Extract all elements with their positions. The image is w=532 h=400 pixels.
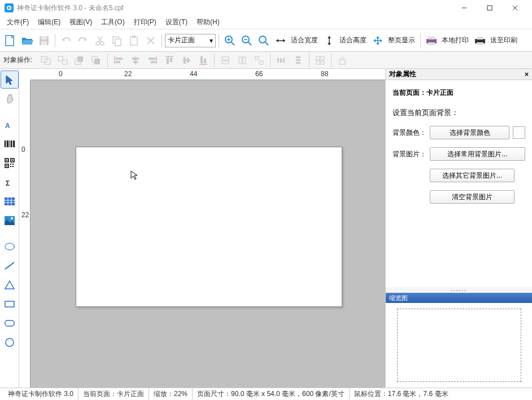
copy-button[interactable] [109,33,125,49]
ellipse-shape-tool[interactable] [1,238,19,256]
bg-color-swatch[interactable] [513,126,525,139]
align-left-button[interactable] [111,52,127,68]
menu-help[interactable]: 帮助(H) [192,16,224,28]
close-icon[interactable]: × [525,71,529,78]
align-top-button[interactable] [162,52,177,68]
spacer [0,108,19,115]
close-button[interactable] [502,0,527,16]
align-center-h-button[interactable] [128,52,143,68]
clear-bg-button[interactable]: 清空背景图片 [430,190,514,204]
cut-button[interactable] [92,33,108,49]
new-button[interactable] [2,33,18,49]
circle-tool[interactable] [1,333,19,351]
full-page-label[interactable]: 整页显示 [388,36,415,45]
svg-rect-9 [41,41,47,45]
canvas-page[interactable] [76,147,342,307]
svg-line-21 [232,42,234,45]
set-background-label: 设置当前页面背景： [393,108,525,118]
svg-rect-63 [200,56,203,63]
line-tool[interactable] [1,257,19,275]
canvas-background[interactable] [30,80,385,388]
svg-rect-51 [132,58,139,60]
menu-file[interactable]: 文件(F) [2,16,33,28]
svg-rect-110 [5,301,14,307]
properties-panel: 对象属性 × 当前页面：卡片正面 设置当前页面背景： 背景颜色： 选择背景颜色 … [385,69,532,388]
lock-button[interactable] [334,52,350,68]
dist-v-button[interactable] [290,52,306,68]
ungroup-button[interactable] [55,52,71,68]
sigma-tool[interactable]: Σ [1,173,19,191]
same-width-button[interactable] [217,52,233,68]
barcode-tool[interactable] [1,135,19,153]
fit-height-icon[interactable] [321,33,337,49]
select-tool[interactable] [1,71,19,89]
zoom-reset-button[interactable] [256,33,272,49]
fit-height-label[interactable]: 适合高度 [339,36,367,45]
same-size-button[interactable] [251,52,267,68]
menu-tools[interactable]: 工具(O) [97,16,129,28]
minimize-button[interactable] [451,0,477,16]
svg-rect-34 [428,37,435,39]
full-page-icon[interactable] [370,33,386,49]
svg-rect-52 [133,61,138,63]
svg-rect-93 [12,160,13,161]
status-page: 当前页面：卡片正面 [79,388,149,400]
svg-rect-49 [116,61,120,63]
choose-other-bg-button[interactable]: 选择其它背景图片... [430,169,514,182]
svg-rect-64 [204,59,206,63]
fit-width-label[interactable]: 适合宽度 [291,36,318,45]
bring-front-button[interactable] [72,52,88,68]
same-height-button[interactable] [234,52,250,68]
align-bottom-button[interactable] [195,52,211,68]
paste-button[interactable] [126,33,142,49]
ruler-tick: 0 [59,70,63,78]
send-print-label[interactable]: 送至印刷 [490,36,517,45]
qrcode-tool[interactable] [1,154,19,172]
align-right-button[interactable] [145,52,160,68]
group-button[interactable] [38,52,54,68]
local-print-icon[interactable] [424,33,439,49]
thumbnail-preview[interactable] [397,309,521,382]
svg-point-1 [8,7,10,9]
current-page-heading: 当前页面：卡片正面 [393,87,525,98]
maximize-button[interactable] [477,0,502,16]
choose-common-bg-button[interactable]: 选择常用背景图片... [430,147,525,161]
image-tool[interactable] [1,212,19,230]
svg-point-11 [101,42,104,45]
open-button[interactable] [19,33,35,49]
rounded-rect-tool[interactable] [1,314,19,332]
svg-rect-46 [94,59,100,64]
zoom-in-button[interactable] [222,33,238,49]
menu-print[interactable]: 打印(P) [129,16,161,28]
triangle-tool[interactable] [1,276,19,294]
separator [420,34,421,47]
send-back-button[interactable] [89,52,104,68]
zoom-out-button[interactable] [239,33,255,49]
hand-tool[interactable] [1,90,19,108]
svg-point-27 [259,36,266,43]
dist-h-button[interactable] [273,52,289,68]
table-tool[interactable] [1,192,19,210]
align-center-v-button[interactable] [178,52,194,68]
svg-rect-41 [58,56,63,61]
text-tool[interactable]: A [1,116,19,134]
svg-rect-61 [187,58,189,63]
svg-rect-43 [77,56,83,62]
local-print-label[interactable]: 本地打印 [442,36,469,45]
page-selector-dropdown[interactable]: 卡片正面 ▾ [165,34,216,47]
delete-button[interactable] [143,33,159,49]
menu-view[interactable]: 视图(V) [65,16,97,28]
rectangle-tool[interactable] [1,295,19,313]
menu-edit[interactable]: 编辑(E) [33,16,65,28]
fit-width-icon[interactable] [273,33,289,49]
undo-button[interactable] [58,33,74,49]
choose-bg-color-button[interactable]: 选择背景颜色 [430,126,509,139]
panel-resize-grip[interactable]: •••••• [386,287,532,293]
menu-settings[interactable]: 设置(T) [161,16,192,28]
svg-rect-35 [428,42,435,45]
save-button[interactable] [36,33,52,49]
send-print-icon[interactable] [472,33,488,49]
layout-button[interactable] [312,52,328,68]
redo-button[interactable] [75,33,91,49]
window-title: 神奇证卡制作软件 3.0 - 未命名5.cpf [17,3,124,13]
